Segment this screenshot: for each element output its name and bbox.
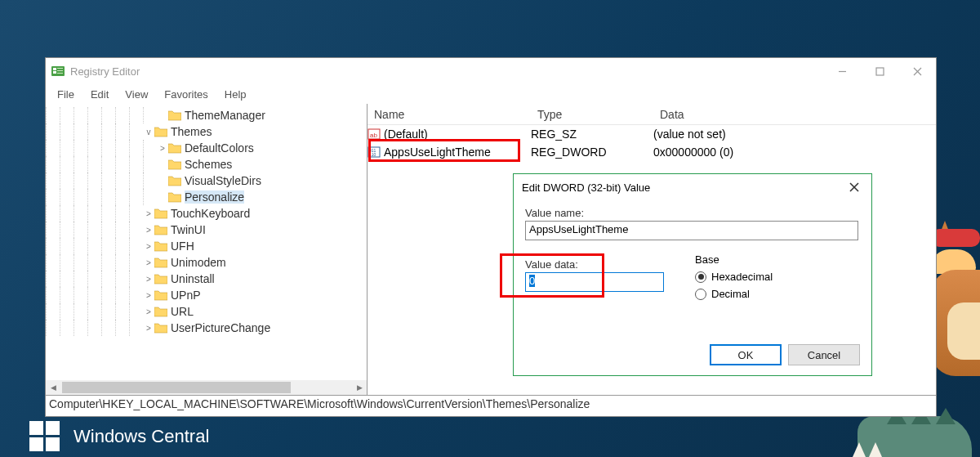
tree-item[interactable]: >Uninstall — [46, 271, 367, 287]
scroll-thumb[interactable] — [62, 382, 291, 393]
folder-icon — [168, 159, 181, 170]
tree-item-label: Unimodem — [171, 256, 226, 269]
radio-icon — [695, 271, 706, 283]
value-data: (value not set) — [653, 128, 936, 141]
expander-icon[interactable]: > — [143, 242, 154, 251]
tree-item-label: VisualStyleDirs — [185, 174, 261, 187]
value-name: (Default) — [384, 128, 428, 141]
folder-icon — [168, 110, 181, 121]
folder-icon — [154, 257, 167, 268]
tree-item[interactable]: >TouchKeyboard — [46, 205, 367, 222]
ok-button[interactable]: OK — [710, 344, 782, 365]
tree-pane[interactable]: ThemeManagervThemes>DefaultColors Scheme… — [46, 104, 368, 395]
tree-item-label: Uninstall — [171, 272, 215, 285]
tree-item[interactable]: >Unimodem — [46, 254, 367, 271]
scroll-right-button[interactable]: ▶ — [352, 380, 367, 395]
tree-item[interactable]: >DefaultColors — [46, 140, 367, 156]
value-data-label: Value data: — [525, 258, 695, 271]
menubar: File Edit View Favorites Help — [46, 84, 936, 104]
tree-item[interactable]: vThemes — [46, 123, 367, 140]
folder-icon — [168, 142, 181, 154]
expander-icon[interactable] — [157, 177, 168, 186]
folder-icon — [154, 322, 167, 334]
tree-item-label: DefaultColors — [185, 141, 254, 155]
tree-item-label: Schemes — [185, 158, 232, 171]
radio-decimal[interactable]: Decimal — [695, 288, 773, 300]
dialog-title: Edit DWORD (32-bit) Value — [522, 181, 845, 194]
tree-item[interactable]: >UserPictureChange — [46, 320, 367, 336]
expander-icon[interactable]: > — [143, 226, 154, 235]
windows-logo-icon — [29, 421, 60, 452]
tree-item[interactable]: >UFH — [46, 238, 367, 254]
edit-dword-dialog: Edit DWORD (32-bit) Value Value name: Ap… — [513, 173, 872, 376]
scroll-left-button[interactable]: ◀ — [46, 380, 60, 395]
folder-icon — [154, 273, 167, 285]
list-header: Name Type Data — [368, 104, 936, 125]
tree-item-label: Themes — [171, 125, 212, 138]
tree-hscrollbar[interactable]: ◀ ▶ — [46, 380, 367, 395]
menu-file[interactable]: File — [49, 87, 82, 102]
tree-item[interactable]: >UPnP — [46, 287, 367, 303]
menu-help[interactable]: Help — [216, 87, 255, 102]
tree-item-label: TouchKeyboard — [171, 207, 250, 220]
maximize-button[interactable] — [861, 60, 898, 83]
close-button[interactable] — [898, 60, 936, 83]
tree-item-label: UPnP — [171, 289, 201, 302]
menu-edit[interactable]: Edit — [82, 87, 117, 102]
expander-icon[interactable]: > — [143, 209, 154, 218]
col-name[interactable]: Name — [368, 108, 531, 121]
value-name-field[interactable]: AppsUseLightTheme — [525, 221, 858, 240]
tree-item[interactable]: >TwinUI — [46, 222, 367, 238]
expander-icon[interactable] — [157, 111, 168, 120]
regedit-icon — [51, 64, 65, 78]
radio-icon — [695, 289, 706, 300]
svg-rect-3 — [57, 68, 63, 69]
radio-hexadecimal[interactable]: Hexadecimal — [695, 271, 773, 283]
tree-item[interactable]: VisualStyleDirs — [46, 172, 367, 189]
svg-rect-5 — [57, 73, 63, 74]
expander-icon[interactable]: > — [143, 324, 154, 333]
list-row[interactable]: 011110AppsUseLightThemeREG_DWORD0x000000… — [368, 143, 936, 161]
tree-item[interactable]: Schemes — [46, 156, 367, 172]
expander-icon[interactable]: > — [143, 258, 154, 267]
cancel-button[interactable]: Cancel — [788, 344, 860, 365]
svg-text:110: 110 — [369, 152, 376, 157]
dword-value-icon: 011110 — [368, 146, 381, 159]
string-value-icon: ab — [368, 128, 381, 141]
svg-rect-4 — [57, 70, 63, 71]
brand-text: Windows Central — [74, 426, 209, 447]
tree-item-label: URL — [171, 305, 194, 318]
svg-rect-2 — [53, 71, 56, 74]
folder-icon — [154, 126, 167, 137]
minimize-button[interactable] — [823, 60, 861, 83]
value-name: AppsUseLightTheme — [384, 146, 491, 159]
expander-icon[interactable]: v — [143, 128, 154, 137]
col-type[interactable]: Type — [531, 108, 653, 121]
value-data-field[interactable]: 0 — [525, 272, 664, 292]
expander-icon[interactable]: > — [143, 275, 154, 284]
tree-item[interactable]: >URL — [46, 303, 367, 320]
dialog-close-button[interactable] — [845, 178, 863, 196]
svg-rect-19 — [29, 437, 43, 451]
tree-item[interactable]: ThemeManager — [46, 107, 367, 123]
menu-favorites[interactable]: Favorites — [156, 87, 216, 102]
col-data[interactable]: Data — [653, 108, 936, 121]
expander-icon[interactable]: > — [143, 307, 154, 316]
folder-icon — [154, 306, 167, 317]
svg-rect-17 — [29, 421, 43, 435]
svg-rect-1 — [53, 68, 56, 70]
list-row[interactable]: ab(Default)REG_SZ(value not set) — [368, 125, 936, 143]
folder-icon — [168, 191, 181, 203]
tree-item-label: ThemeManager — [185, 109, 265, 122]
expander-icon[interactable] — [157, 160, 168, 169]
svg-rect-7 — [876, 68, 884, 75]
menu-view[interactable]: View — [117, 87, 156, 102]
tree-item[interactable]: Personalize — [46, 189, 367, 205]
dialog-titlebar: Edit DWORD (32-bit) Value — [514, 174, 871, 200]
tree-item-label: UserPictureChange — [171, 321, 270, 334]
expander-icon[interactable]: > — [143, 291, 154, 300]
expander-icon[interactable] — [157, 193, 168, 202]
expander-icon[interactable]: > — [157, 144, 168, 153]
window-title: Registry Editor — [70, 65, 823, 78]
value-type: REG_DWORD — [531, 146, 653, 159]
